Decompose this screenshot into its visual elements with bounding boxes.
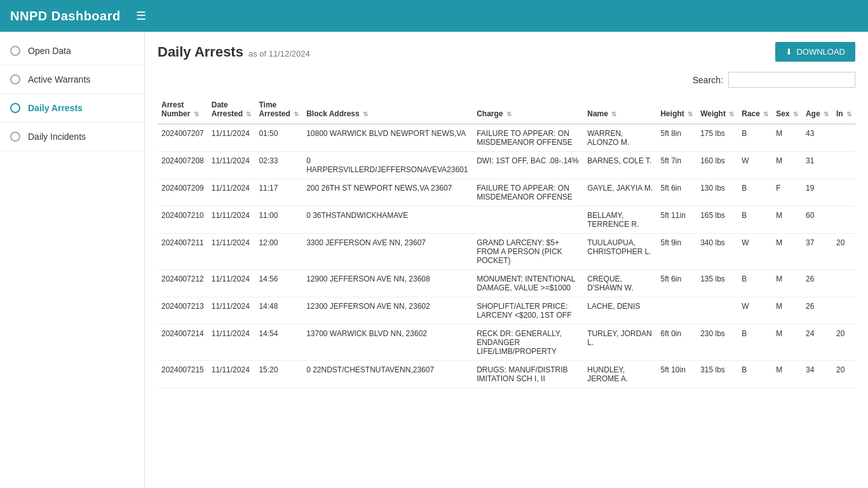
cell-in: [832, 179, 855, 207]
layout: Open Data Active Warrants Daily Arrests …: [0, 32, 868, 488]
cell-height: 5ft 10in: [656, 361, 696, 388]
cell-time_arrested: 14:48: [255, 297, 302, 325]
table-row: 202400721511/11/202415:200 22NDST/CHESTN…: [158, 361, 855, 388]
col-header-age[interactable]: Age ⇅: [802, 95, 832, 124]
cell-time_arrested: 15:20: [255, 361, 302, 388]
cell-height: 5ft 9in: [656, 234, 696, 270]
col-header-in[interactable]: In ⇅: [832, 95, 855, 124]
sidebar-circle: [10, 74, 20, 85]
cell-age: 34: [802, 361, 832, 388]
col-header-time-arrested[interactable]: TimeArrested ⇅: [255, 95, 302, 124]
col-header-race[interactable]: Race ⇅: [738, 95, 772, 124]
cell-arrest_number: 2024007207: [158, 124, 208, 152]
col-header-weight[interactable]: Weight ⇅: [696, 95, 738, 124]
cell-block_address: 3300 JEFFERSON AVE NN, 23607: [302, 234, 473, 270]
header: NNPD Dashboard ☰: [0, 0, 868, 32]
cell-height: 5ft 8in: [656, 124, 696, 152]
cell-date_arrested: 11/11/2024: [208, 297, 255, 325]
cell-in: [832, 152, 855, 179]
cell-age: 60: [802, 207, 832, 234]
cell-arrest_number: 2024007208: [158, 152, 208, 179]
cell-sex: M: [772, 270, 802, 297]
cell-height: 5ft 7in: [656, 152, 696, 179]
cell-age: 24: [802, 325, 832, 361]
cell-age: 26: [802, 270, 832, 297]
cell-arrest_number: 2024007211: [158, 234, 208, 270]
cell-charge: RECK DR: GENERALLY, ENDANGER LIFE/LIMB/P…: [473, 325, 583, 361]
sidebar-circle: [10, 103, 20, 113]
col-header-block-address[interactable]: Block Address ⇅: [302, 95, 473, 124]
cell-block_address: 12300 JEFFERSON AVE NN, 23602: [302, 297, 473, 325]
cell-arrest_number: 2024007214: [158, 325, 208, 361]
search-area: Search:: [158, 72, 855, 88]
cell-in: [832, 270, 855, 297]
cell-name: TUULAUPUA, CHRISTOPHER L.: [583, 234, 656, 270]
col-header-height[interactable]: Height ⇅: [656, 95, 696, 124]
col-header-date-arrested[interactable]: DateArrested ⇅: [208, 95, 255, 124]
cell-weight: 175 lbs: [696, 124, 738, 152]
cell-charge: DRUGS: MANUF/DISTRIB IMITATION SCH I, II: [473, 361, 583, 388]
cell-sex: F: [772, 179, 802, 207]
cell-sex: M: [772, 361, 802, 388]
cell-time_arrested: 11:00: [255, 207, 302, 234]
cell-block_address: 12900 JEFFERSON AVE NN, 23608: [302, 270, 473, 297]
cell-arrest_number: 2024007213: [158, 297, 208, 325]
cell-name: CREQUE, D'SHAWN W.: [583, 270, 656, 297]
cell-in: 20: [832, 234, 855, 270]
cell-block_address: 10800 WARWICK BLVD NEWPORT NEWS,VA: [302, 124, 473, 152]
col-header-sex[interactable]: Sex ⇅: [772, 95, 802, 124]
cell-age: 43: [802, 124, 832, 152]
cell-age: 26: [802, 297, 832, 325]
col-header-name[interactable]: Name ⇅: [583, 95, 656, 124]
cell-weight: 165 lbs: [696, 207, 738, 234]
sidebar-item-active-warrants[interactable]: Active Warrants: [0, 65, 144, 94]
cell-charge: FAILURE TO APPEAR: ON MISDEMEANOR OFFENS…: [473, 179, 583, 207]
cell-race: B: [738, 325, 772, 361]
download-icon: ⬇: [785, 47, 792, 57]
page-subtitle: as of 11/12/2024: [248, 49, 310, 58]
cell-date_arrested: 11/11/2024: [208, 361, 255, 388]
cell-height: [656, 297, 696, 325]
cell-weight: 230 lbs: [696, 325, 738, 361]
table-row: 202400721011/11/202411:000 36THSTANDWICK…: [158, 207, 855, 234]
cell-arrest_number: 2024007215: [158, 361, 208, 388]
cell-race: B: [738, 270, 772, 297]
hamburger-icon[interactable]: ☰: [136, 9, 146, 23]
table-row: 202400721211/11/202414:5612900 JEFFERSON…: [158, 270, 855, 297]
col-header-charge[interactable]: Charge ⇅: [473, 95, 583, 124]
cell-weight: 315 lbs: [696, 361, 738, 388]
download-button[interactable]: ⬇ DOWNLOAD: [775, 42, 855, 62]
cell-date_arrested: 11/11/2024: [208, 124, 255, 152]
table-row: 202400721111/11/202412:003300 JEFFERSON …: [158, 234, 855, 270]
sidebar-circle: [10, 46, 20, 56]
cell-charge: GRAND LARCENY: $5+ FROM A PERSON (PICK P…: [473, 234, 583, 270]
cell-arrest_number: 2024007212: [158, 270, 208, 297]
table-row: 202400721411/11/202414:5413700 WARWICK B…: [158, 325, 855, 361]
page-header: Daily Arrests as of 11/12/2024 ⬇ DOWNLOA…: [158, 42, 855, 62]
sidebar-item-open-data[interactable]: Open Data: [0, 37, 144, 65]
arrests-table: ArrestNumber ⇅ DateArrested ⇅ TimeArrest…: [158, 95, 855, 388]
cell-height: 6ft 0in: [656, 325, 696, 361]
cell-time_arrested: 12:00: [255, 234, 302, 270]
cell-age: 37: [802, 234, 832, 270]
cell-in: [832, 207, 855, 234]
sidebar-item-daily-arrests[interactable]: Daily Arrests: [0, 94, 144, 123]
cell-in: 20: [832, 361, 855, 388]
cell-race: W: [738, 152, 772, 179]
col-header-arrest-number[interactable]: ArrestNumber ⇅: [158, 95, 208, 124]
cell-date_arrested: 11/11/2024: [208, 270, 255, 297]
cell-time_arrested: 14:54: [255, 325, 302, 361]
cell-block_address: 0 36THSTANDWICKHAMAVE: [302, 207, 473, 234]
cell-name: BARNES, COLE T.: [583, 152, 656, 179]
cell-arrest_number: 2024007210: [158, 207, 208, 234]
sidebar-item-daily-incidents[interactable]: Daily Incidents: [0, 123, 144, 151]
sidebar-label-active-warrants: Active Warrants: [28, 74, 90, 85]
cell-weight: 340 lbs: [696, 234, 738, 270]
cell-block_address: 0 22NDST/CHESTNUTAVENN,23607: [302, 361, 473, 388]
cell-sex: M: [772, 124, 802, 152]
cell-name: LACHE, DENIS: [583, 297, 656, 325]
search-input[interactable]: [728, 72, 855, 88]
cell-time_arrested: 14:56: [255, 270, 302, 297]
search-label: Search:: [693, 75, 723, 85]
cell-sex: M: [772, 325, 802, 361]
